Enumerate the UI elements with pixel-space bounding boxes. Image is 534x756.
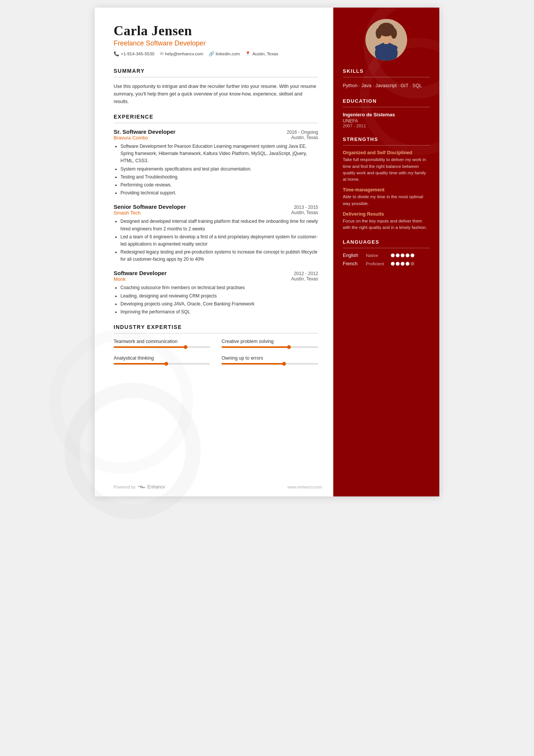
job-role-2: Senior Software Developer [114, 203, 186, 210]
svg-point-4 [391, 28, 397, 39]
candidate-name: Carla Jensen [114, 23, 318, 39]
experience-section: EXPERIENCE Sr. Software Developer 2016 -… [114, 114, 318, 316]
strength-name-1: Organized and Self Disciplined [343, 150, 430, 155]
job-date-3: 2012 - 2012 [294, 271, 318, 276]
bullet-item: Improving the performance of SQL [120, 308, 318, 316]
expertise-item-4: Owning up to errors [222, 355, 318, 365]
phone-icon: 📞 [114, 51, 119, 56]
job-entry-2: Senior Software Developer 2013 - 2015 Sm… [114, 203, 318, 263]
expertise-bar-bg-1 [114, 346, 210, 348]
dot [411, 254, 414, 257]
bullet-item: Redesigned legacy testing and pre-produc… [120, 249, 318, 263]
dot [406, 262, 409, 266]
strength-item-2: Time-management Able to divide my time i… [343, 187, 430, 207]
languages-divider [343, 248, 430, 248]
expertise-item-3: Analystical thinking [114, 355, 210, 365]
job-role-3: Software Developer [114, 270, 167, 276]
bullet-item: System requirements specifications and t… [120, 166, 318, 173]
skills-divider [343, 77, 430, 77]
bullet-item: Leading, designing and reviewing CRM pro… [120, 293, 318, 300]
job-header-1: Sr. Software Developer 2016 - Ongoing [114, 128, 318, 135]
strength-item-3: Delivering Results Focus on the key inpu… [343, 211, 430, 231]
job-header-3: Software Developer 2012 - 2012 [114, 270, 318, 276]
expertise-grid: Teamwork and communication Creative prob… [114, 339, 318, 365]
lang-level-english: Native [366, 253, 389, 258]
email-icon: ✉ [160, 51, 164, 56]
industry-expertise-section: INDUSTRY EXPERTISE Teamwork and communic… [114, 324, 318, 365]
footer-powered: Powered by Enhancv [114, 484, 165, 490]
dot [411, 262, 414, 266]
dot [391, 262, 395, 266]
strength-desc-2: Able to divide my time in the most optim… [343, 194, 430, 207]
svg-point-3 [376, 28, 382, 39]
skills-section: SKILLS Python · Java · Javascript · GIT … [343, 68, 430, 90]
lang-item-english: English Native [343, 253, 430, 258]
lang-name-french: French [343, 261, 364, 266]
expertise-divider [114, 333, 318, 333]
expertise-bar-fill-3 [114, 363, 167, 365]
footer: Powered by Enhancv www.enhancv.com [114, 484, 322, 490]
expertise-label-2: Creative problem solving [222, 339, 318, 344]
dot [401, 262, 404, 266]
job-location-2: Austin, Texas [291, 210, 318, 216]
lang-dots-french [391, 262, 414, 266]
lang-dots-english [391, 254, 414, 257]
education-section: EDUCATION Ingeniero de Sistemas UNEFA 20… [343, 98, 430, 128]
candidate-photo [365, 19, 407, 61]
job-bullets-2: Designed and developed internal staff tr… [114, 218, 318, 263]
candidate-title: Freelance Software Developer [114, 39, 318, 47]
contact-linkedin: 🔗 linkedin.com [209, 51, 240, 56]
job-company-row-1: Bravura Combo Austin, Texas [114, 135, 318, 141]
bullet-item: Performing code reviews. [120, 182, 318, 189]
photo-svg [365, 19, 407, 61]
job-location-3: Austin, Texas [291, 276, 318, 282]
dot [396, 262, 400, 266]
expertise-item-1: Teamwork and communication [114, 339, 210, 348]
lang-level-french: Proficient [366, 261, 389, 266]
edu-degree: Ingeniero de Sistemas [343, 112, 430, 117]
edu-years: 2007 - 2011 [343, 124, 430, 128]
bullet-item: Testing and Troubleshooting. [120, 174, 318, 181]
job-entry-1: Sr. Software Developer 2016 - Ongoing Br… [114, 128, 318, 197]
strengths-title: STRENGTHS [343, 136, 430, 142]
job-entry-3: Software Developer 2012 - 2012 Monk Aust… [114, 270, 318, 316]
education-title: EDUCATION [343, 98, 430, 104]
job-company-row-3: Monk Austin, Texas [114, 276, 318, 282]
strength-name-3: Delivering Results [343, 211, 430, 217]
header: Carla Jensen Freelance Software Develope… [114, 23, 318, 56]
languages-section: LANGUAGES English Native French Proficie… [343, 239, 430, 266]
dot [406, 254, 409, 257]
languages-title: LANGUAGES [343, 239, 430, 245]
bullet-item: Developing projects using JAVA, Oracle, … [120, 301, 318, 308]
bullet-item: Designed and developed internal staff tr… [120, 218, 318, 232]
strengths-divider [343, 145, 430, 146]
job-company-3: Monk [114, 276, 126, 282]
strength-item-1: Organized and Self Disciplined Take full… [343, 150, 430, 183]
job-bullets-3: Coaching outsource firm members on techn… [114, 284, 318, 316]
job-role-1: Sr. Software Developer [114, 128, 175, 135]
dot [396, 254, 400, 257]
expertise-bar-bg-4 [222, 363, 318, 365]
expertise-item-2: Creative problem solving [222, 339, 318, 348]
job-location-1: Austin, Texas [291, 135, 318, 141]
contact-location: 📍 Austin, Texas [245, 51, 278, 56]
expertise-bar-fill-1 [114, 346, 186, 348]
logo-icon [137, 484, 146, 490]
job-company-row-2: Smash Tech Austin, Texas [114, 210, 318, 216]
expertise-label-3: Analystical thinking [114, 355, 210, 361]
bullet-item: Led a team of 6 engineers to develop a f… [120, 233, 318, 248]
enhancv-logo: Enhancv [137, 484, 165, 490]
dot [401, 254, 404, 257]
expertise-bar-bg-3 [114, 363, 210, 365]
strength-desc-3: Focus on the key inputs and deliver them… [343, 218, 430, 231]
experience-divider [114, 123, 318, 123]
job-date-1: 2016 - Ongoing [287, 130, 318, 135]
skills-text: Python · Java · Javascript · GIT · SQL [343, 82, 430, 90]
summary-text: Use this opportunity to intrigue and dra… [114, 83, 318, 105]
job-date-2: 2013 - 2015 [294, 205, 318, 210]
expertise-bar-fill-4 [222, 363, 284, 365]
job-company-2: Smash Tech [114, 210, 141, 216]
contact-row: 📞 +1-914-345-5530 ✉ help@enhancv.com 🔗 l… [114, 51, 318, 56]
svg-point-7 [375, 44, 398, 52]
job-company-1: Bravura Combo [114, 135, 148, 141]
